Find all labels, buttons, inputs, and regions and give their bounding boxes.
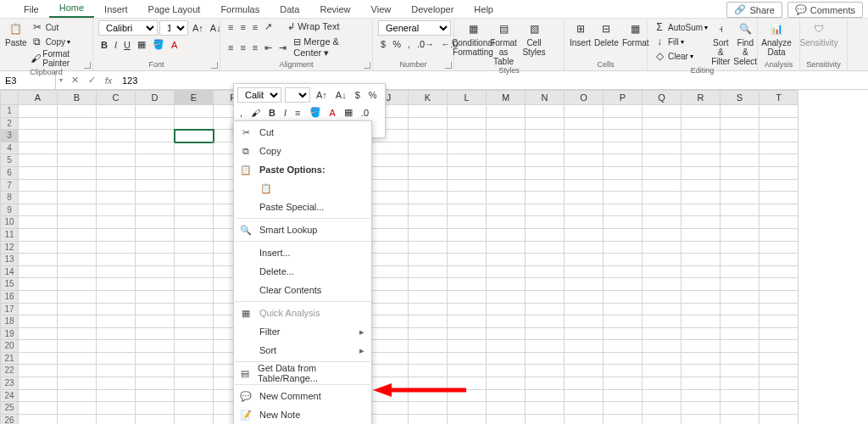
dialog-launcher[interactable]	[84, 62, 91, 69]
cell[interactable]	[760, 315, 798, 328]
cell[interactable]	[19, 180, 58, 192]
cell[interactable]	[760, 304, 798, 316]
cell[interactable]	[526, 353, 565, 365]
row-header[interactable]: 20	[0, 340, 19, 353]
cell[interactable]	[643, 229, 682, 242]
cell[interactable]	[565, 353, 604, 365]
row-header[interactable]: 2	[0, 118, 19, 131]
cell[interactable]	[97, 415, 136, 424]
cell[interactable]	[565, 365, 604, 377]
row-header[interactable]: 21	[0, 353, 19, 365]
cell[interactable]	[760, 340, 798, 353]
cell[interactable]	[409, 229, 448, 242]
cell[interactable]	[565, 254, 604, 266]
cell[interactable]	[175, 402, 214, 415]
cell[interactable]	[19, 105, 58, 118]
cell[interactable]	[19, 415, 58, 424]
align-left-button[interactable]: ≡	[225, 42, 236, 53]
row-header[interactable]: 25	[0, 402, 19, 415]
cell[interactable]	[526, 105, 565, 118]
cell[interactable]	[175, 229, 214, 242]
cell[interactable]	[448, 266, 487, 279]
cell[interactable]	[370, 154, 409, 167]
cell[interactable]	[526, 142, 565, 155]
cell[interactable]	[643, 390, 682, 403]
cell[interactable]	[409, 192, 448, 204]
copy-button[interactable]: ⧉Copy▾	[31, 35, 87, 48]
cell[interactable]	[58, 340, 97, 353]
cell[interactable]	[487, 254, 526, 266]
cell[interactable]	[487, 216, 526, 229]
cell[interactable]	[19, 142, 58, 155]
cell[interactable]	[58, 167, 97, 180]
row-header[interactable]: 13	[0, 254, 19, 266]
cell[interactable]	[565, 266, 604, 279]
cell[interactable]	[58, 216, 97, 229]
row-header[interactable]: 15	[0, 278, 19, 291]
align-top-button[interactable]: ≡	[225, 21, 236, 33]
cell[interactable]	[565, 180, 604, 192]
cell[interactable]	[526, 154, 565, 167]
increase-font-button[interactable]: A↑	[314, 89, 330, 101]
cell[interactable]	[19, 377, 58, 390]
cell[interactable]	[97, 192, 136, 204]
cell[interactable]	[565, 315, 604, 328]
cell[interactable]	[58, 402, 97, 415]
col-header[interactable]: M	[487, 90, 526, 105]
cell[interactable]	[409, 415, 448, 424]
cell[interactable]	[97, 328, 136, 341]
cell[interactable]	[487, 415, 526, 424]
cell[interactable]	[58, 118, 97, 131]
cell[interactable]	[58, 130, 97, 142]
cell[interactable]	[175, 390, 214, 403]
cell[interactable]	[565, 278, 604, 291]
cell[interactable]	[760, 377, 798, 390]
cell[interactable]	[565, 390, 604, 403]
cell[interactable]	[97, 204, 136, 217]
cell[interactable]	[19, 204, 58, 217]
cell[interactable]	[565, 402, 604, 415]
cell[interactable]	[97, 340, 136, 353]
cell[interactable]	[58, 105, 97, 118]
tab-formulas[interactable]: Formulas	[210, 1, 270, 18]
cell[interactable]	[526, 242, 565, 254]
cell[interactable]	[19, 402, 58, 415]
cell[interactable]	[97, 167, 136, 180]
cell[interactable]	[643, 180, 682, 192]
cell[interactable]	[526, 204, 565, 217]
conditional-formatting-button[interactable]: ▦Conditional Formatting	[459, 20, 487, 57]
cell[interactable]	[97, 142, 136, 155]
cell[interactable]	[721, 130, 760, 142]
cell[interactable]	[760, 192, 798, 204]
cell[interactable]	[97, 402, 136, 415]
cell[interactable]	[643, 340, 682, 353]
cell[interactable]	[409, 315, 448, 328]
clear-button[interactable]: ◇Clear ▾	[653, 49, 708, 63]
cell[interactable]	[760, 242, 798, 254]
cell[interactable]	[448, 402, 487, 415]
cell[interactable]	[19, 266, 58, 279]
cell[interactable]	[175, 105, 214, 118]
cell[interactable]	[487, 328, 526, 341]
cell[interactable]	[487, 229, 526, 242]
cell[interactable]	[97, 154, 136, 167]
currency-button[interactable]: $	[353, 89, 363, 101]
cell[interactable]	[448, 291, 487, 304]
cell[interactable]	[604, 130, 643, 142]
cell[interactable]	[604, 242, 643, 254]
cell[interactable]	[643, 402, 682, 415]
wrap-text-button[interactable]: ↲ Wrap Text	[285, 20, 342, 33]
cell[interactable]	[604, 340, 643, 353]
cell[interactable]	[136, 130, 175, 142]
cell[interactable]	[721, 328, 760, 341]
cell[interactable]	[643, 204, 682, 217]
cell[interactable]	[565, 167, 604, 180]
cell[interactable]	[19, 291, 58, 304]
cell[interactable]	[682, 353, 721, 365]
col-header[interactable]: S	[721, 90, 760, 105]
cell[interactable]	[409, 254, 448, 266]
italic-button[interactable]: I	[281, 107, 289, 119]
col-header[interactable]: C	[97, 90, 136, 105]
cell[interactable]	[97, 254, 136, 266]
italic-button[interactable]: I	[112, 39, 120, 51]
